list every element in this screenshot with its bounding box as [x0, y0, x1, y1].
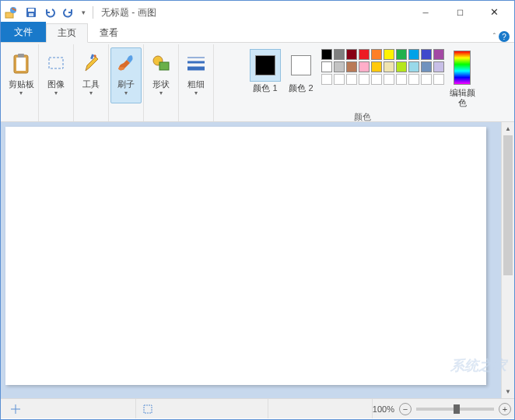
- rainbow-icon: [454, 51, 471, 85]
- svg-rect-8: [18, 54, 24, 58]
- help-icon[interactable]: ?: [499, 31, 510, 42]
- zoom-in-button[interactable]: +: [499, 403, 511, 415]
- palette-color[interactable]: [433, 49, 444, 60]
- status-canvas-size: [268, 399, 373, 418]
- svg-rect-5: [29, 13, 33, 16]
- svg-point-11: [118, 67, 124, 70]
- palette-color[interactable]: [334, 74, 345, 85]
- palette-color[interactable]: [346, 74, 357, 85]
- close-button[interactable]: ✕: [477, 2, 511, 23]
- palette-color[interactable]: [371, 61, 382, 72]
- palette-color[interactable]: [396, 61, 407, 72]
- undo-button[interactable]: [41, 4, 58, 21]
- qat-customize[interactable]: ▾: [79, 4, 88, 21]
- tab-view[interactable]: 查看: [88, 23, 130, 42]
- group-tools: 工具 ▾: [74, 44, 109, 121]
- window-controls: ─ ☐ ✕: [408, 2, 511, 23]
- palette-color[interactable]: [396, 74, 407, 85]
- group-image: 图像 ▾: [39, 44, 74, 121]
- zoom-slider-thumb[interactable]: [454, 404, 460, 414]
- tab-home[interactable]: 主页: [46, 23, 88, 43]
- palette-color[interactable]: [371, 74, 382, 85]
- status-bar: 100% − +: [1, 398, 514, 418]
- select-icon: [44, 51, 68, 76]
- zoom-out-button[interactable]: −: [399, 403, 412, 415]
- palette-color[interactable]: [396, 49, 407, 60]
- palette-color[interactable]: [384, 49, 394, 60]
- chevron-down-icon: ▾: [19, 89, 23, 96]
- chevron-down-icon: ▾: [124, 89, 128, 96]
- group-brushes: 刷子 ▾: [109, 44, 144, 121]
- paste-button[interactable]: 剪贴板 ▾: [5, 47, 37, 103]
- chevron-down-icon: ▾: [89, 89, 93, 96]
- palette-color[interactable]: [371, 49, 382, 60]
- color-palette: [320, 47, 446, 86]
- collapse-ribbon-icon[interactable]: ˆ: [493, 33, 496, 41]
- ribbon-tabstrip: 文件 主页 查看 ˆ ?: [1, 24, 514, 43]
- status-selection: [136, 399, 268, 418]
- palette-color[interactable]: [334, 61, 345, 72]
- palette-color[interactable]: [421, 49, 432, 60]
- zoom-controls: 100% − +: [373, 403, 511, 415]
- palette-color[interactable]: [359, 61, 370, 72]
- chevron-down-icon: ▾: [194, 89, 198, 96]
- palette-color[interactable]: [408, 61, 419, 72]
- pencil-icon: [79, 51, 103, 76]
- save-button[interactable]: [23, 4, 40, 21]
- scroll-down-icon[interactable]: ▼: [502, 385, 514, 398]
- palette-color[interactable]: [408, 49, 419, 60]
- ribbon: 剪贴板 ▾ 图像 ▾ 工具 ▾: [1, 43, 514, 122]
- color1-button[interactable]: 颜色 1: [248, 47, 282, 95]
- svg-rect-7: [16, 58, 26, 71]
- palette-color[interactable]: [433, 74, 444, 85]
- palette-color[interactable]: [421, 74, 432, 85]
- maximize-button[interactable]: ☐: [443, 2, 477, 23]
- app-icon: [4, 5, 18, 19]
- group-shapes: 形状 ▾: [144, 44, 179, 121]
- title-bar: ▾ 无标题 - 画图 ─ ☐ ✕: [1, 1, 514, 24]
- separator: [93, 6, 93, 19]
- palette-color[interactable]: [321, 49, 332, 60]
- palette-color[interactable]: [346, 61, 357, 72]
- edit-colors-button[interactable]: 编辑颜色: [447, 47, 477, 110]
- svg-rect-4: [28, 9, 34, 12]
- quick-access-toolbar: ▾: [4, 4, 96, 21]
- palette-color[interactable]: [359, 49, 370, 60]
- palette-color[interactable]: [433, 61, 444, 72]
- vertical-scrollbar[interactable]: ▲ ▼: [501, 122, 514, 398]
- palette-color[interactable]: [384, 74, 394, 85]
- svg-rect-13: [159, 62, 169, 70]
- palette-color[interactable]: [346, 49, 357, 60]
- palette-color[interactable]: [408, 74, 419, 85]
- workspace: ▲ ▼ 系统之家: [1, 122, 514, 398]
- scroll-up-icon[interactable]: ▲: [502, 122, 514, 135]
- palette-color[interactable]: [384, 61, 394, 72]
- palette-color[interactable]: [359, 74, 370, 85]
- zoom-slider[interactable]: [416, 408, 494, 411]
- brushes-button[interactable]: 刷子 ▾: [110, 47, 142, 103]
- scroll-thumb[interactable]: [503, 135, 513, 275]
- color2-swatch: [291, 55, 311, 75]
- palette-color[interactable]: [334, 49, 345, 60]
- color1-swatch: [255, 55, 275, 75]
- shapes-button[interactable]: 形状 ▾: [145, 47, 177, 103]
- palette-color[interactable]: [321, 61, 332, 72]
- brush-icon: [114, 51, 138, 76]
- redo-button[interactable]: [60, 4, 77, 21]
- palette-color[interactable]: [321, 74, 332, 85]
- svg-rect-0: [5, 12, 13, 18]
- svg-rect-17: [144, 405, 152, 413]
- tools-button[interactable]: 工具 ▾: [75, 47, 107, 103]
- minimize-button[interactable]: ─: [408, 2, 443, 23]
- shapes-icon: [149, 51, 173, 76]
- zoom-value: 100%: [373, 404, 394, 414]
- select-button[interactable]: 图像 ▾: [40, 47, 72, 103]
- size-icon: [184, 51, 208, 76]
- size-button[interactable]: 粗细 ▾: [180, 47, 212, 103]
- canvas[interactable]: [5, 127, 486, 385]
- palette-color[interactable]: [421, 61, 432, 72]
- group-size: 粗细 ▾: [179, 44, 214, 121]
- window-title: 无标题 - 画图: [101, 6, 156, 19]
- color2-button[interactable]: 颜色 2: [284, 47, 318, 95]
- tab-file[interactable]: 文件: [1, 22, 46, 42]
